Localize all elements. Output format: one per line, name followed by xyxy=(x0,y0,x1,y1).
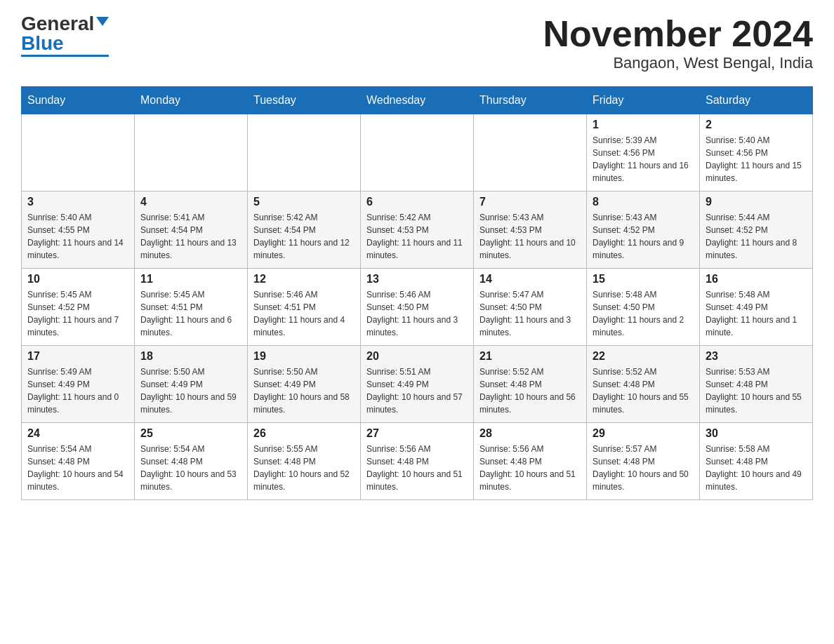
day-info: Sunrise: 5:43 AMSunset: 4:52 PMDaylight:… xyxy=(593,211,694,262)
day-info: Sunrise: 5:55 AMSunset: 4:48 PMDaylight:… xyxy=(253,443,355,493)
day-number: 6 xyxy=(366,196,468,208)
day-number: 8 xyxy=(593,196,694,208)
day-info: Sunrise: 5:58 AMSunset: 4:48 PMDaylight:… xyxy=(706,443,807,493)
day-info: Sunrise: 5:52 AMSunset: 4:48 PMDaylight:… xyxy=(593,365,694,416)
calendar-cell: 15Sunrise: 5:48 AMSunset: 4:50 PMDayligh… xyxy=(587,269,700,346)
day-header-monday: Monday xyxy=(135,87,248,114)
calendar-cell xyxy=(361,114,474,192)
day-info: Sunrise: 5:43 AMSunset: 4:53 PMDaylight:… xyxy=(479,211,581,262)
logo-general-text: General xyxy=(21,14,94,34)
logo-underline xyxy=(21,55,109,57)
calendar-cell: 20Sunrise: 5:51 AMSunset: 4:49 PMDayligh… xyxy=(361,346,474,423)
day-number: 5 xyxy=(253,196,355,208)
calendar-cell: 1Sunrise: 5:39 AMSunset: 4:56 PMDaylight… xyxy=(587,114,700,192)
calendar-cell: 7Sunrise: 5:43 AMSunset: 4:53 PMDaylight… xyxy=(474,192,587,269)
day-info: Sunrise: 5:42 AMSunset: 4:54 PMDaylight:… xyxy=(253,211,355,262)
calendar-week-2: 3Sunrise: 5:40 AMSunset: 4:55 PMDaylight… xyxy=(22,192,813,269)
day-number: 11 xyxy=(140,273,241,286)
calendar-cell xyxy=(248,114,361,192)
day-number: 29 xyxy=(593,427,694,440)
calendar-cell xyxy=(135,114,248,192)
calendar-cell: 28Sunrise: 5:56 AMSunset: 4:48 PMDayligh… xyxy=(474,423,587,500)
day-number: 10 xyxy=(27,273,128,286)
day-number: 22 xyxy=(593,350,694,363)
day-number: 3 xyxy=(27,196,128,208)
day-number: 9 xyxy=(706,196,807,208)
day-number: 21 xyxy=(479,350,581,363)
day-number: 18 xyxy=(140,350,241,363)
day-number: 12 xyxy=(253,273,355,286)
day-header-friday: Friday xyxy=(587,87,700,114)
day-info: Sunrise: 5:56 AMSunset: 4:48 PMDaylight:… xyxy=(479,443,581,493)
calendar-cell: 11Sunrise: 5:45 AMSunset: 4:51 PMDayligh… xyxy=(135,269,248,346)
day-info: Sunrise: 5:39 AMSunset: 4:56 PMDaylight:… xyxy=(593,134,694,185)
calendar-cell xyxy=(22,114,135,192)
day-number: 23 xyxy=(706,350,807,363)
calendar-cell: 14Sunrise: 5:47 AMSunset: 4:50 PMDayligh… xyxy=(474,269,587,346)
day-number: 16 xyxy=(706,273,807,286)
day-number: 1 xyxy=(593,119,694,131)
day-header-thursday: Thursday xyxy=(474,87,587,114)
title-section: November 2024 Bangaon, West Bengal, Indi… xyxy=(543,14,813,72)
day-number: 17 xyxy=(27,350,128,363)
day-number: 15 xyxy=(593,273,694,286)
calendar-cell: 24Sunrise: 5:54 AMSunset: 4:48 PMDayligh… xyxy=(22,423,135,500)
calendar-cell: 27Sunrise: 5:56 AMSunset: 4:48 PMDayligh… xyxy=(361,423,474,500)
day-info: Sunrise: 5:45 AMSunset: 4:51 PMDaylight:… xyxy=(140,288,241,339)
day-header-wednesday: Wednesday xyxy=(361,87,474,114)
day-number: 28 xyxy=(479,427,581,440)
day-number: 13 xyxy=(366,273,468,286)
logo: General Blue xyxy=(21,14,109,57)
day-info: Sunrise: 5:50 AMSunset: 4:49 PMDaylight:… xyxy=(140,365,241,416)
day-info: Sunrise: 5:54 AMSunset: 4:48 PMDaylight:… xyxy=(140,443,241,493)
calendar-cell: 8Sunrise: 5:43 AMSunset: 4:52 PMDaylight… xyxy=(587,192,700,269)
location-text: Bangaon, West Bengal, India xyxy=(543,54,813,72)
day-info: Sunrise: 5:44 AMSunset: 4:52 PMDaylight:… xyxy=(706,211,807,262)
calendar-cell: 22Sunrise: 5:52 AMSunset: 4:48 PMDayligh… xyxy=(587,346,700,423)
calendar-header-row: SundayMondayTuesdayWednesdayThursdayFrid… xyxy=(22,87,813,114)
calendar-cell: 10Sunrise: 5:45 AMSunset: 4:52 PMDayligh… xyxy=(22,269,135,346)
calendar-cell: 5Sunrise: 5:42 AMSunset: 4:54 PMDaylight… xyxy=(248,192,361,269)
day-number: 19 xyxy=(253,350,355,363)
day-info: Sunrise: 5:57 AMSunset: 4:48 PMDaylight:… xyxy=(593,443,694,493)
calendar-cell: 26Sunrise: 5:55 AMSunset: 4:48 PMDayligh… xyxy=(248,423,361,500)
calendar-cell: 17Sunrise: 5:49 AMSunset: 4:49 PMDayligh… xyxy=(22,346,135,423)
day-number: 2 xyxy=(706,119,807,131)
day-info: Sunrise: 5:40 AMSunset: 4:56 PMDaylight:… xyxy=(706,134,807,185)
day-info: Sunrise: 5:51 AMSunset: 4:49 PMDaylight:… xyxy=(366,365,468,416)
calendar-week-5: 24Sunrise: 5:54 AMSunset: 4:48 PMDayligh… xyxy=(22,423,813,500)
day-number: 14 xyxy=(479,273,581,286)
calendar-cell: 9Sunrise: 5:44 AMSunset: 4:52 PMDaylight… xyxy=(700,192,813,269)
day-info: Sunrise: 5:48 AMSunset: 4:49 PMDaylight:… xyxy=(706,288,807,339)
day-header-saturday: Saturday xyxy=(700,87,813,114)
day-info: Sunrise: 5:46 AMSunset: 4:51 PMDaylight:… xyxy=(253,288,355,339)
day-info: Sunrise: 5:54 AMSunset: 4:48 PMDaylight:… xyxy=(27,443,128,493)
day-number: 20 xyxy=(366,350,468,363)
month-title: November 2024 xyxy=(543,14,813,54)
day-info: Sunrise: 5:52 AMSunset: 4:48 PMDaylight:… xyxy=(479,365,581,416)
day-info: Sunrise: 5:47 AMSunset: 4:50 PMDaylight:… xyxy=(479,288,581,339)
calendar-cell: 16Sunrise: 5:48 AMSunset: 4:49 PMDayligh… xyxy=(700,269,813,346)
day-info: Sunrise: 5:41 AMSunset: 4:54 PMDaylight:… xyxy=(140,211,241,262)
calendar-cell: 23Sunrise: 5:53 AMSunset: 4:48 PMDayligh… xyxy=(700,346,813,423)
calendar-cell: 18Sunrise: 5:50 AMSunset: 4:49 PMDayligh… xyxy=(135,346,248,423)
day-number: 25 xyxy=(140,427,241,440)
calendar-cell: 12Sunrise: 5:46 AMSunset: 4:51 PMDayligh… xyxy=(248,269,361,346)
day-number: 7 xyxy=(479,196,581,208)
day-number: 30 xyxy=(706,427,807,440)
day-info: Sunrise: 5:42 AMSunset: 4:53 PMDaylight:… xyxy=(366,211,468,262)
day-info: Sunrise: 5:46 AMSunset: 4:50 PMDaylight:… xyxy=(366,288,468,339)
calendar-cell: 13Sunrise: 5:46 AMSunset: 4:50 PMDayligh… xyxy=(361,269,474,346)
calendar-cell: 2Sunrise: 5:40 AMSunset: 4:56 PMDaylight… xyxy=(700,114,813,192)
day-info: Sunrise: 5:53 AMSunset: 4:48 PMDaylight:… xyxy=(706,365,807,416)
day-number: 27 xyxy=(366,427,468,440)
logo-blue-text: Blue xyxy=(21,34,64,53)
calendar-cell: 3Sunrise: 5:40 AMSunset: 4:55 PMDaylight… xyxy=(22,192,135,269)
calendar-cell: 4Sunrise: 5:41 AMSunset: 4:54 PMDaylight… xyxy=(135,192,248,269)
calendar-cell: 6Sunrise: 5:42 AMSunset: 4:53 PMDaylight… xyxy=(361,192,474,269)
calendar-cell: 21Sunrise: 5:52 AMSunset: 4:48 PMDayligh… xyxy=(474,346,587,423)
calendar-week-1: 1Sunrise: 5:39 AMSunset: 4:56 PMDaylight… xyxy=(22,114,813,192)
day-number: 4 xyxy=(140,196,241,208)
day-header-sunday: Sunday xyxy=(22,87,135,114)
calendar-cell: 29Sunrise: 5:57 AMSunset: 4:48 PMDayligh… xyxy=(587,423,700,500)
